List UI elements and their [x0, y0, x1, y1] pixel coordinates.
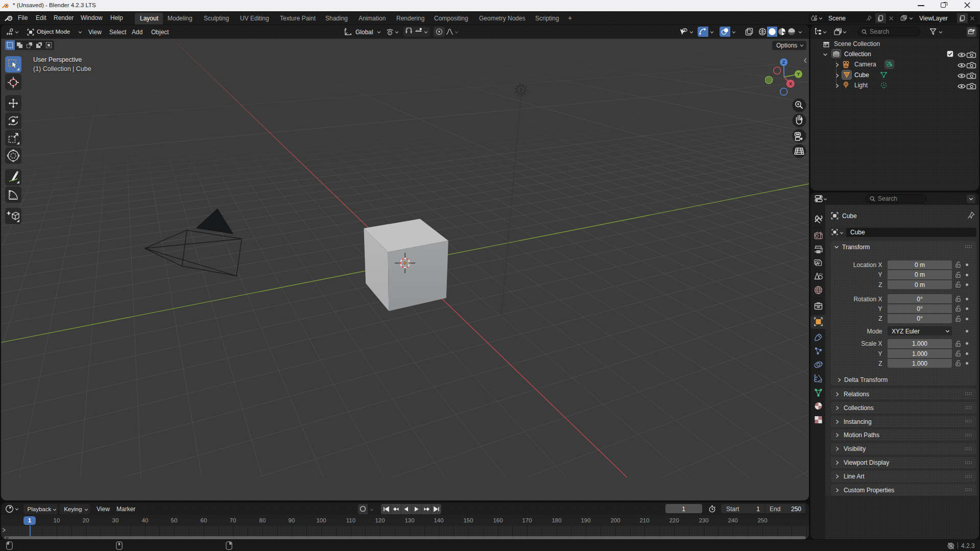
svg-text:Z: Z: [782, 59, 785, 65]
svg-text:Y: Y: [797, 71, 800, 77]
svg-text:X: X: [789, 81, 793, 86]
